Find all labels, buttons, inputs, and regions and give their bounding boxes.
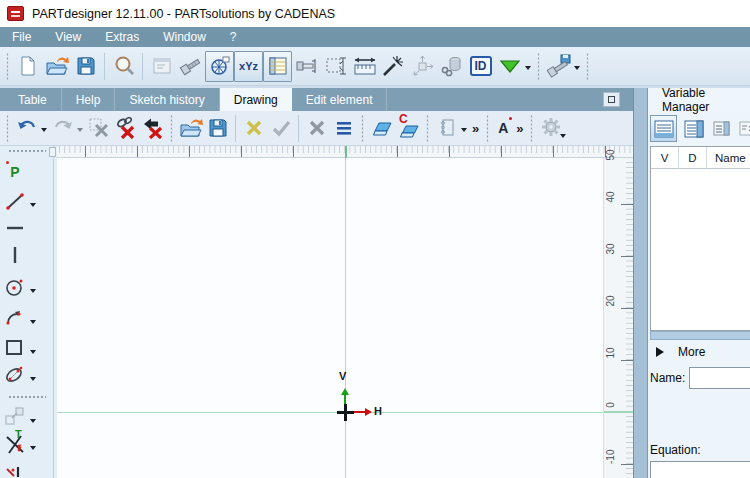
menu-extras[interactable]: Extras — [93, 27, 151, 47]
open-button[interactable] — [42, 51, 71, 82]
discard-button[interactable] — [240, 114, 267, 142]
detail-view-button[interactable] — [680, 115, 707, 142]
area-dimension-icon — [324, 54, 348, 78]
delete-selection-button[interactable] — [85, 114, 112, 142]
toolbar-grip[interactable] — [360, 115, 365, 142]
measure-button[interactable] — [350, 51, 379, 82]
export-dropdown-caret[interactable] — [574, 66, 580, 73]
tab-table[interactable]: Table — [4, 88, 62, 111]
rectangle-dropdown-caret[interactable] — [30, 350, 36, 357]
bolt-dimension-button[interactable] — [292, 51, 321, 82]
sheet-icon — [436, 117, 458, 139]
line-tool[interactable] — [3, 188, 53, 214]
name-input[interactable] — [689, 367, 750, 389]
menu-view[interactable]: View — [43, 27, 93, 47]
toolbar-grip[interactable] — [5, 115, 10, 142]
close-sketch-button[interactable] — [303, 114, 330, 142]
save-button[interactable] — [71, 51, 100, 82]
sheet-more-chevron[interactable]: » — [469, 121, 482, 136]
zoom-button[interactable] — [109, 51, 138, 82]
font-button[interactable]: A — [493, 114, 513, 142]
list-menu-button[interactable] — [330, 114, 357, 142]
id-button[interactable]: ID — [466, 51, 495, 82]
font-more-chevron[interactable]: » — [513, 121, 526, 136]
area-dimension-button[interactable] — [321, 51, 350, 82]
menu-help[interactable]: ? — [218, 27, 249, 47]
undo-dropdown-caret[interactable] — [41, 128, 47, 135]
toolbar-grip[interactable] — [536, 53, 541, 80]
save-sketch-button[interactable] — [204, 114, 231, 142]
undo-button[interactable] — [13, 114, 40, 142]
sketch-view-button[interactable] — [205, 51, 234, 82]
constraint-c-label: C — [399, 112, 408, 126]
settings-caret[interactable] — [560, 134, 566, 141]
list-view-button[interactable] — [650, 115, 677, 142]
redo-dropdown-caret[interactable] — [77, 128, 83, 135]
vertical-line-tool[interactable] — [3, 242, 53, 268]
ellipse-dropdown-caret[interactable] — [30, 377, 36, 384]
drawing-canvas[interactable]: V H — [57, 158, 603, 478]
table-view-button[interactable] — [263, 51, 292, 82]
settings-button[interactable] — [537, 114, 564, 142]
point-tool[interactable]: P — [3, 159, 53, 185]
toolbar-separator — [235, 115, 236, 142]
trim-dropdown-caret[interactable] — [30, 446, 36, 453]
new-document-button[interactable] — [13, 51, 42, 82]
tab-help[interactable]: Help — [62, 88, 116, 111]
variable-table[interactable]: V D Name — [650, 146, 750, 331]
export-part-button[interactable] — [544, 51, 573, 82]
more-expander[interactable]: More — [656, 345, 705, 359]
link-part-button[interactable] — [437, 51, 466, 82]
delete-last-button[interactable] — [139, 114, 166, 142]
eraser-button[interactable] — [368, 114, 395, 142]
toolbar-grip[interactable] — [425, 115, 430, 142]
toolbar-grip[interactable] — [5, 53, 10, 80]
tab-drawing[interactable]: Drawing — [220, 88, 292, 111]
open-sketch-button[interactable] — [177, 114, 204, 142]
pane-restore-button[interactable] — [603, 92, 620, 107]
toolbar-grip[interactable] — [485, 115, 490, 142]
transform-tool[interactable] — [3, 404, 53, 430]
line-dropdown-caret[interactable] — [30, 203, 36, 210]
window-layout-button[interactable] — [147, 51, 176, 82]
sidebar-grip[interactable] — [8, 149, 46, 153]
column-header-name[interactable]: Name — [707, 147, 750, 169]
toolbar-grip[interactable] — [529, 115, 534, 142]
part-button[interactable] — [176, 51, 205, 82]
toolbar-grip[interactable] — [169, 115, 174, 142]
sheet-dropdown-caret[interactable] — [461, 128, 467, 135]
tab-sketch-history[interactable]: Sketch history — [115, 88, 219, 111]
chamfer-tool[interactable] — [3, 464, 53, 478]
equation-input[interactable] — [650, 461, 750, 478]
arc-tool[interactable] — [3, 305, 53, 331]
menu-window[interactable]: Window — [151, 27, 218, 47]
eraser-constraints-button[interactable]: C — [395, 114, 422, 142]
sheet-button[interactable] — [433, 114, 460, 142]
column-header-v[interactable]: V — [651, 147, 679, 169]
panel-splitter[interactable] — [633, 88, 648, 478]
variables-view-button[interactable]: xYz — [234, 51, 263, 82]
circle-dropdown-caret[interactable] — [30, 289, 36, 296]
transform-dropdown-caret[interactable] — [30, 419, 36, 426]
rectangle-tool[interactable] — [3, 335, 53, 361]
table-horizontal-scrollbar[interactable] — [650, 331, 750, 340]
release-dropdown-caret[interactable] — [525, 66, 531, 73]
accept-button[interactable] — [267, 114, 294, 142]
column-header-d[interactable]: D — [679, 147, 707, 169]
circle-tool[interactable] — [3, 274, 53, 300]
line-icon — [3, 189, 27, 213]
wizard-button[interactable] — [379, 51, 408, 82]
tab-edit-element[interactable]: Edit element — [292, 88, 388, 111]
horizontal-line-tool[interactable] — [3, 215, 53, 241]
ellipse-tool[interactable] — [3, 362, 53, 388]
redo-button[interactable] — [49, 114, 76, 142]
number-format-button[interactable] — [710, 117, 733, 140]
arc-dropdown-caret[interactable] — [30, 320, 36, 327]
menu-file[interactable]: File — [0, 27, 43, 47]
toolbar-grip[interactable] — [585, 53, 590, 80]
release-state-button[interactable] — [495, 51, 524, 82]
formula-button[interactable] — [736, 117, 750, 140]
trim-tool[interactable]: T — [3, 431, 53, 457]
move-3d-button[interactable] — [408, 51, 437, 82]
delete-chain-button[interactable] — [112, 114, 139, 142]
